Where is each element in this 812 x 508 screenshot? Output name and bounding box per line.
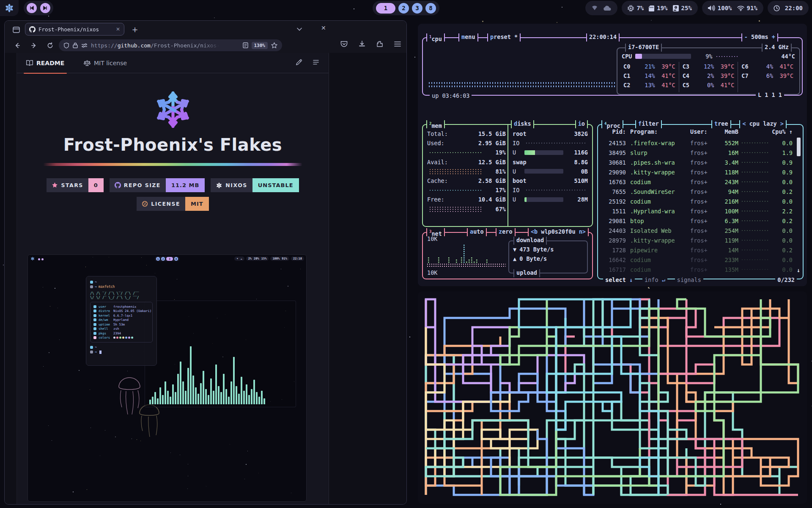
menu-button[interactable] xyxy=(394,41,401,49)
downloads-button[interactable] xyxy=(359,41,365,49)
edit-button[interactable] xyxy=(296,59,302,67)
workspace-3[interactable]: 3 xyxy=(412,3,422,14)
pocket-button[interactable] xyxy=(340,41,348,49)
back-button[interactable] xyxy=(12,41,22,50)
menu-button[interactable]: menu xyxy=(458,33,478,41)
process-row[interactable]: 16763codiumfros+243M0.0 xyxy=(602,177,793,187)
process-row[interactable]: 29090.kitty-wrappefros+118M0.9 xyxy=(602,167,793,177)
outline-button[interactable] xyxy=(313,59,319,67)
workspace-2[interactable]: 2 xyxy=(398,3,409,14)
process-row[interactable]: 30681.pipes.sh-wrafros+3.4M0.9 xyxy=(602,157,793,167)
window-close-button[interactable]: ✕ xyxy=(321,25,326,31)
tab-license[interactable]: MIT license xyxy=(84,53,127,73)
mini-workspace-2[interactable]: 2 xyxy=(161,257,165,261)
workspace-8[interactable]: 8 xyxy=(425,3,436,14)
mini-status-bar: 1238 ▾☁ 2% 20% 15% 100% 91% xyxy=(28,256,306,262)
preset-button[interactable]: preset * xyxy=(487,33,521,41)
mini-mem: 20% xyxy=(254,257,259,260)
proc-user: fros+ xyxy=(690,149,716,156)
proc-pid: 7655 xyxy=(602,188,626,195)
mini-volume: 100% xyxy=(272,257,280,260)
forward-button[interactable] xyxy=(29,41,38,50)
list-icon xyxy=(313,59,319,66)
url-input[interactable]: https://github.com/Frost-Phoenix/nixos- … xyxy=(59,39,282,51)
readme-body: Frost-Phoenix's Flakes STARS 0 REPO SIZE… xyxy=(17,73,329,504)
process-row[interactable]: 25192codiumfros+216M0.0 xyxy=(602,196,793,206)
clock-pill[interactable]: 22:00 xyxy=(768,1,809,15)
audio-network-stats[interactable]: 100% 91% xyxy=(702,1,763,15)
repo-size-badge[interactable]: REPO SIZE 11.2 MB xyxy=(110,178,205,192)
proc-scrollbar[interactable] xyxy=(797,138,801,156)
process-row[interactable]: 24403Isolated Webfros+254M0.0 xyxy=(602,226,793,235)
arrow-left-icon xyxy=(14,42,20,49)
process-row[interactable]: 1511.Hyprland-wrafros+100M2.2 xyxy=(602,206,793,216)
mini-workspace-8[interactable]: 8 xyxy=(174,257,178,261)
reader-mode-icon[interactable] xyxy=(243,42,248,48)
zoom-level-badge[interactable]: 130% xyxy=(252,42,268,49)
info-action[interactable]: info ↵ xyxy=(642,276,667,283)
process-row[interactable]: 7655.SoundWireSerfros+94M0.2 xyxy=(602,187,793,196)
net-auto-button[interactable]: auto xyxy=(467,228,487,236)
star xyxy=(90,389,90,390)
workspace-1[interactable]: 1 xyxy=(376,3,395,14)
process-row[interactable]: 38495slurpfros+16M1.9 xyxy=(602,148,793,157)
process-row[interactable]: 24153.firefox-wrapfros+552M0.0 xyxy=(602,138,793,148)
tree-button[interactable]: tree xyxy=(711,120,731,128)
nixos-badge[interactable]: NIXOS UNSTABLE xyxy=(211,178,299,192)
process-row[interactable]: 29081btopfros+6.3M0.2 xyxy=(602,216,793,226)
mini-workspace-1[interactable]: 1 xyxy=(156,257,160,261)
tab-list-button[interactable] xyxy=(296,25,302,33)
update-interval[interactable]: - 500ms + xyxy=(741,33,778,41)
bookmark-star-icon[interactable] xyxy=(271,42,277,49)
cpu-box-title[interactable]: 1cpu xyxy=(426,33,445,41)
proc-table-header[interactable]: Pid: Program: User: MemB Cpu% ↑ xyxy=(602,128,793,135)
proc-cpu: 2.2 xyxy=(771,208,793,215)
fetch-value: Hyprland xyxy=(113,318,129,322)
permissions-icon xyxy=(81,43,88,48)
hardware-stats[interactable]: 7% 19% 25% xyxy=(622,1,697,15)
io-title[interactable]: io xyxy=(575,120,588,128)
select-action[interactable]: select ↓ xyxy=(603,276,635,283)
pencil-icon xyxy=(296,59,302,66)
reload-button[interactable] xyxy=(45,41,55,50)
net-zero-button[interactable]: zero xyxy=(496,228,516,236)
workspace-pill: 1238 xyxy=(373,1,439,15)
sort-selector[interactable]: < cpu lazy > xyxy=(739,120,787,128)
core-row: C213%41°C xyxy=(623,80,675,90)
tray-indicators[interactable] xyxy=(585,1,617,15)
fetch-value: 5h 53m xyxy=(113,323,125,326)
process-row[interactable]: 16717codiumfros+135M0.0 xyxy=(602,265,793,274)
license-badge[interactable]: LICENSE MIT xyxy=(137,197,209,211)
fetch-label: pkgs xyxy=(99,331,111,335)
proc-pid: 1511 xyxy=(602,208,626,215)
proc-mem: 14M xyxy=(716,247,738,254)
stars-badge[interactable]: STARS 0 xyxy=(47,178,103,192)
mini-workspace-3[interactable]: 3 xyxy=(166,257,173,261)
mem-box-title[interactable]: 2mem xyxy=(426,120,445,128)
filter-button[interactable]: filter xyxy=(635,120,662,128)
signals-action[interactable]: signals xyxy=(675,276,703,283)
scroll-down-icon[interactable]: ↓ xyxy=(797,267,800,273)
proc-cpu: 0.0 xyxy=(771,140,793,146)
process-row[interactable]: 1728pipewirefros+14M0.2 xyxy=(602,245,793,255)
visualizer-bar xyxy=(263,398,265,404)
extensions-button[interactable] xyxy=(376,41,383,49)
core-row: C42%39°C xyxy=(683,71,735,80)
process-row[interactable]: 16642codiumfros+233M0.0 xyxy=(602,255,793,265)
disks-title[interactable]: disks xyxy=(511,120,534,128)
tab-close-button[interactable]: ✕ xyxy=(116,26,120,32)
new-tab-button[interactable]: + xyxy=(130,24,140,34)
net-interface[interactable]: <b wlp0s20f0u n> xyxy=(528,228,589,236)
badge-label: REPO SIZE xyxy=(124,182,161,188)
process-row[interactable]: 28979.kitty-wrappefros+119M0.0 xyxy=(602,235,793,245)
proc-box-title[interactable]: 4proc xyxy=(601,120,623,128)
sidebar-toggle-button[interactable] xyxy=(11,24,22,35)
browser-tab[interactable]: Frost-Phoenix/nixos ✕ xyxy=(25,23,124,36)
disk-name: root xyxy=(513,130,527,137)
tab-readme[interactable]: README xyxy=(26,53,64,73)
github-icon xyxy=(115,182,121,188)
media-prev-button[interactable] xyxy=(27,3,37,13)
nixos-launcher-button[interactable] xyxy=(0,0,19,16)
media-next-button[interactable] xyxy=(40,3,50,13)
proc-program: codium xyxy=(626,179,690,185)
